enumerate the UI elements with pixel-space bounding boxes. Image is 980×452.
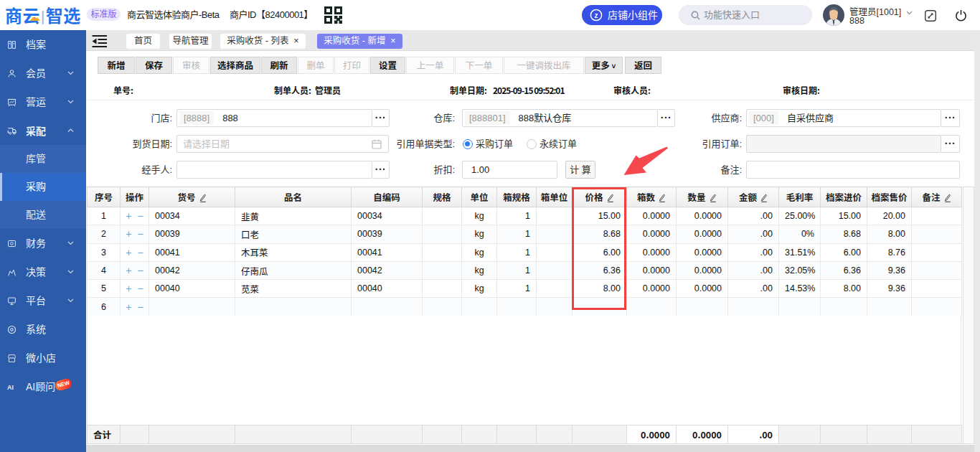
svg-text:AI: AI [7, 384, 14, 391]
svg-text:z: z [595, 11, 598, 19]
